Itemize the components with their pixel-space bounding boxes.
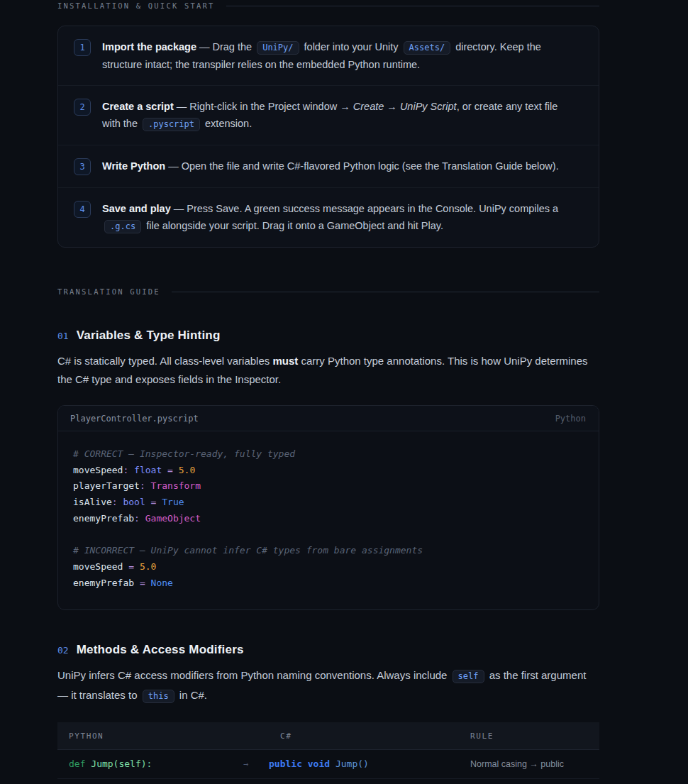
inline-code-chip: .pyscript: [143, 118, 200, 131]
code-token: isAlive: [73, 497, 112, 507]
step-number-badge: 4: [74, 201, 91, 218]
table-header-row: PYTHON C# RULE: [57, 722, 599, 750]
table-row: def Jump(self):→public void Jump()Normal…: [57, 750, 599, 779]
code-line: [73, 527, 584, 543]
rule-cell: Normal casing → public: [459, 750, 599, 779]
step-row: 2Create a script — Right-click in the Pr…: [58, 85, 599, 145]
code-line: moveSpeed: float = 5.0: [73, 463, 584, 479]
code-block: PlayerController.pyscript Python # CORRE…: [57, 405, 599, 610]
step-row: 4Save and play — Press Save. A green suc…: [58, 187, 599, 247]
code-token: :: [140, 480, 151, 491]
code-token: :: [134, 513, 145, 524]
csharp-code-cell: private void _CalculateMath(): [269, 779, 459, 784]
python-code-cell: def _CalculateMath(self):: [57, 779, 243, 784]
inline-code-chip: Assets/: [404, 41, 451, 55]
code-line: isAlive: bool = True: [73, 495, 584, 511]
translation-table: PYTHON C# RULE def Jump(self):→public vo…: [57, 722, 599, 784]
code-token: =: [134, 578, 150, 588]
code-line: # CORRECT — Inspector-ready, fully typed: [73, 446, 584, 463]
code-token: :: [112, 497, 123, 507]
code-token: GameObject: [145, 513, 201, 524]
step-number-badge: 3: [74, 158, 91, 175]
section-number: 02: [57, 645, 69, 656]
section-heading: 02 Methods & Access Modifiers: [57, 643, 599, 657]
guide-section-variables: 01 Variables & Type Hinting C# is static…: [57, 328, 599, 610]
code-token: enemyPrefab: [73, 578, 134, 588]
csharp-code-cell: public void Jump(): [269, 750, 459, 779]
code-token: Jump(self):: [85, 758, 152, 769]
arrow-cell: →: [243, 750, 269, 779]
text-segment: Create: [353, 101, 384, 112]
step-row: 1Import the package — Drag the UniPy/ fo…: [58, 26, 599, 85]
rule-cell: Leading underscore → private: [459, 779, 599, 784]
text-segment: C# is statically typed. All class-level …: [57, 355, 272, 367]
step-row: 3Write Python — Open the file and write …: [58, 145, 599, 187]
code-token: Jump(): [330, 758, 369, 769]
installation-kicker-label: INSTALLATION & QUICK START: [57, 1, 215, 10]
code-token: :: [123, 465, 134, 475]
code-token: bool: [123, 497, 145, 507]
text-segment: Write Python: [102, 160, 165, 172]
code-token: # INCORRECT — UniPy cannot infer C# type…: [73, 545, 423, 556]
code-line: enemyPrefab = None: [73, 575, 584, 592]
code-block-header: PlayerController.pyscript Python: [58, 406, 599, 431]
section-paragraph: C# is statically typed. All class-level …: [57, 352, 599, 388]
code-token: 5.0: [179, 465, 195, 475]
text-segment: — Drag the: [196, 41, 255, 53]
text-segment: folder into your Unity: [301, 41, 401, 53]
step-text: Save and play — Press Save. A green succ…: [102, 200, 579, 235]
section-heading: 01 Variables & Type Hinting: [57, 328, 599, 343]
text-segment: file alongside your script. Drag it onto…: [143, 220, 443, 231]
code-token: None: [151, 578, 173, 588]
text-segment: extension.: [202, 118, 252, 129]
text-segment: Create a script: [102, 101, 174, 112]
column-header-csharp: C#: [269, 722, 459, 750]
translation-kicker-label: TRANSLATION GUIDE: [57, 287, 160, 296]
python-code-cell: def Jump(self):: [57, 750, 243, 779]
inline-code-chip: UniPy/: [257, 41, 299, 55]
code-token: =: [145, 497, 162, 507]
inline-code-chip: self: [453, 670, 484, 683]
text-segment: UniPy infers C# access modifiers from Py…: [57, 669, 450, 681]
code-token: float: [134, 465, 162, 475]
kicker-divider-line: [226, 6, 599, 6]
column-header-rule: RULE: [459, 722, 599, 750]
inline-code-chip: this: [143, 690, 174, 703]
text-segment: — Open the file and write C#-flavored Py…: [165, 160, 559, 172]
text-segment: — Right-click in the Project window →: [174, 101, 353, 112]
text-segment: Save and play: [102, 203, 171, 214]
translation-section-header: TRANSLATION GUIDE: [57, 287, 599, 296]
step-number-badge: 2: [74, 99, 91, 116]
column-header-python: PYTHON: [57, 722, 269, 750]
code-line: enemyPrefab: GameObject: [73, 511, 584, 527]
code-token: =: [162, 465, 178, 475]
guide-section-methods: 02 Methods & Access Modifiers UniPy infe…: [57, 643, 599, 784]
step-text: Import the package — Drag the UniPy/ fol…: [102, 38, 579, 73]
text-segment: in C#.: [177, 689, 207, 701]
step-text: Write Python — Open the file and write C…: [102, 158, 559, 175]
kicker-divider-line: [172, 292, 599, 292]
code-token: enemyPrefab: [73, 513, 134, 524]
quick-start-steps-card: 1Import the package — Drag the UniPy/ fo…: [57, 26, 599, 248]
step-text: Create a script — Right-click in the Pro…: [102, 98, 579, 133]
text-segment: Import the package: [102, 41, 196, 53]
code-language-label: Python: [555, 414, 586, 424]
code-token: Transform: [151, 480, 201, 491]
installation-section-header: INSTALLATION & QUICK START: [57, 1, 599, 10]
code-token: # CORRECT — Inspector-ready, fully typed: [73, 448, 295, 459]
section-number: 01: [57, 331, 69, 341]
text-segment: →: [384, 101, 400, 112]
text-segment: — Press Save. A green success message ap…: [171, 203, 558, 214]
code-token: 5.0: [140, 561, 156, 572]
code-token: True: [162, 497, 184, 507]
arrow-cell: →: [243, 779, 269, 784]
section-paragraph: UniPy infers C# access modifiers from Py…: [57, 666, 599, 705]
section-title: Variables & Type Hinting: [77, 328, 221, 343]
step-number-badge: 1: [74, 39, 91, 56]
code-token: playerTarget: [73, 480, 140, 491]
text-segment: must: [272, 355, 298, 367]
section-title: Methods & Access Modifiers: [77, 643, 244, 657]
inline-code-chip: .g.cs: [104, 220, 141, 233]
code-token: =: [123, 561, 139, 572]
code-token: moveSpeed: [73, 465, 123, 475]
